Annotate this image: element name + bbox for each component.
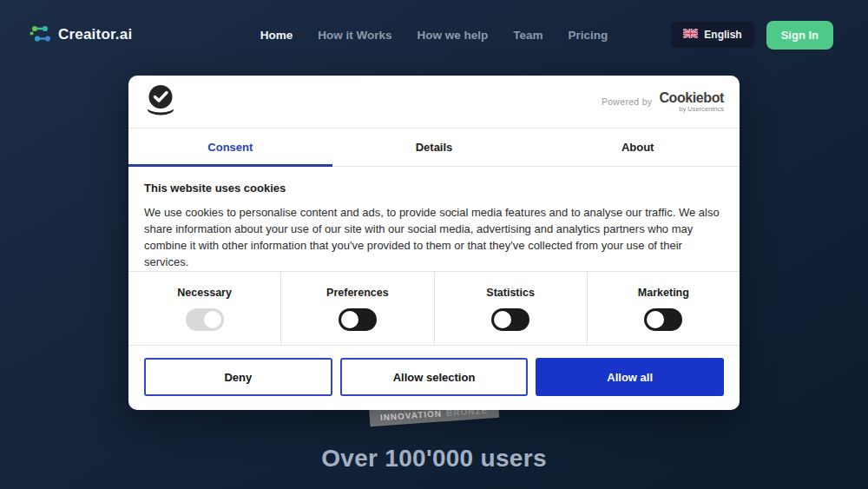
- category-label: Preferences: [326, 287, 389, 299]
- toggle-knob: [494, 311, 511, 328]
- allow-selection-button[interactable]: Allow selection: [340, 358, 529, 396]
- toggle-knob: [647, 311, 664, 328]
- tab-details[interactable]: Details: [332, 129, 536, 166]
- brand-logo[interactable]: Creaitor.ai: [28, 22, 132, 49]
- uk-flag-icon: [683, 29, 698, 41]
- cookiebot-logo-icon: [144, 83, 177, 121]
- nav-item-how-we-help[interactable]: How we help: [417, 29, 488, 42]
- allow-all-button[interactable]: Allow all: [536, 358, 724, 396]
- category-preferences: Preferences: [281, 272, 434, 345]
- consent-body: This website uses cookies We use cookies…: [128, 167, 740, 281]
- tab-consent[interactable]: Consent: [128, 129, 332, 166]
- top-navigation-bar: Creaitor.ai Home How it Works How we hel…: [0, 0, 868, 69]
- nav-item-home[interactable]: Home: [260, 29, 293, 42]
- tab-about[interactable]: About: [536, 129, 740, 166]
- hero-title: Over 100'000 users: [0, 445, 868, 472]
- ribbon-primary-label: INNOVATION: [380, 408, 443, 422]
- category-marketing: Marketing: [588, 272, 740, 345]
- vendor-subtitle: by Usercentrics: [679, 105, 724, 113]
- category-label: Necessary: [177, 287, 232, 299]
- language-selector[interactable]: English: [671, 22, 753, 48]
- powered-by-block: Powered by Cookiebot by Usercentrics: [602, 91, 724, 113]
- cookie-categories-row: Necessary Preferences Statistics Marketi…: [128, 271, 740, 346]
- marketing-toggle[interactable]: [644, 308, 682, 331]
- toggle-knob: [204, 311, 221, 328]
- dialog-header: Powered by Cookiebot by Usercentrics: [128, 76, 740, 129]
- necessary-toggle: [186, 308, 224, 331]
- consent-description: We use cookies to personalise content an…: [144, 204, 724, 270]
- consent-heading: This website uses cookies: [144, 182, 724, 195]
- cookie-consent-dialog: Powered by Cookiebot by Usercentrics Con…: [128, 76, 740, 410]
- dialog-tabs: Consent Details About: [128, 129, 740, 167]
- category-label: Statistics: [486, 287, 535, 299]
- top-actions: English Sign In: [671, 21, 833, 50]
- deny-button[interactable]: Deny: [144, 358, 332, 396]
- nav-item-team[interactable]: Team: [513, 29, 542, 42]
- vendor-wordmark[interactable]: Cookiebot by Usercentrics: [659, 91, 724, 113]
- nav-item-pricing[interactable]: Pricing: [569, 29, 608, 42]
- category-statistics: Statistics: [435, 272, 588, 345]
- dialog-buttons-row: Deny Allow selection Allow all: [128, 346, 740, 410]
- category-necessary: Necessary: [128, 272, 281, 345]
- toggle-knob: [341, 311, 358, 328]
- category-label: Marketing: [638, 287, 689, 299]
- brand-name: Creaitor.ai: [58, 26, 132, 43]
- language-label: English: [704, 29, 741, 41]
- statistics-toggle[interactable]: [491, 308, 529, 331]
- powered-by-label: Powered by: [602, 96, 652, 107]
- vendor-name: Cookiebot: [659, 91, 724, 104]
- sign-in-button[interactable]: Sign In: [766, 21, 833, 50]
- main-nav: Home How it Works How we help Team Prici…: [260, 29, 608, 42]
- nav-item-how-it-works[interactable]: How it Works: [318, 29, 391, 42]
- preferences-toggle[interactable]: [339, 308, 377, 331]
- creaitor-logo-icon: [28, 22, 51, 49]
